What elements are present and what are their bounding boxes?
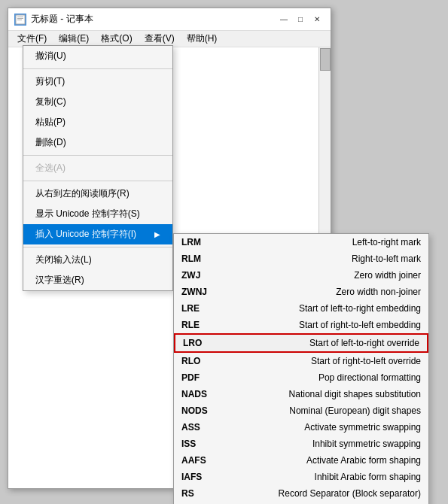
svg-rect-2 [17, 18, 23, 19]
ctx-selectall[interactable]: 全选(A) [23, 158, 172, 178]
ctx-insert-unicode[interactable]: 插入 Unicode 控制字符(I) ▶ [23, 224, 172, 244]
uni-lrm[interactable]: LRM Left-to-right mark [174, 234, 428, 250]
menu-edit[interactable]: 编辑(E) [53, 31, 95, 47]
ctx-paste[interactable]: 粘贴(P) [23, 112, 172, 132]
uni-lre[interactable]: LRE Start of left-to-right embedding [174, 300, 428, 317]
window-title: 无标题 - 记事本 [31, 13, 93, 26]
ctx-delete[interactable]: 删除(D) [23, 132, 172, 153]
ctx-close-ime[interactable]: 关闭输入法(L) [23, 250, 172, 270]
close-button[interactable]: ✕ [309, 12, 325, 27]
uni-rlm[interactable]: RLM Right-to-left mark [174, 250, 428, 267]
uni-rlo[interactable]: RLO Start of right-to-left override [174, 353, 428, 369]
uni-aafs[interactable]: AAFS Activate Arabic form shaping [174, 452, 428, 469]
ctx-undo[interactable]: 撤消(U) [23, 46, 172, 66]
menu-help[interactable]: 帮助(H) [181, 31, 224, 47]
minimize-button[interactable]: — [276, 12, 291, 27]
submenu-arrow: ▶ [154, 230, 160, 238]
ctx-rtl[interactable]: 从右到左的阅读顺序(R) [23, 184, 172, 204]
ctx-cut[interactable]: 剪切(T) [23, 71, 172, 92]
uni-nods[interactable]: NODS Nominal (European) digit shapes [174, 402, 428, 419]
svg-rect-3 [17, 20, 22, 20]
uni-ass[interactable]: ASS Activate symmetric swapping [174, 419, 428, 436]
menu-file[interactable]: 文件(F) [11, 31, 53, 47]
uni-nads[interactable]: NADS National digit shapes substitution [174, 386, 428, 402]
uni-pdf[interactable]: PDF Pop directional formatting [174, 369, 428, 386]
uni-zwj[interactable]: ZWJ Zero width joiner [174, 267, 428, 284]
context-menu: 撤消(U) 剪切(T) 复制(C) 粘贴(P) 删除(D) 全选(A) 从右到左… [23, 45, 173, 291]
uni-lro[interactable]: LRO Start of left-to-right override [174, 333, 428, 353]
uni-rs[interactable]: RS Record Separator (Block separator) [174, 485, 428, 502]
title-bar: 无标题 - 记事本 — □ ✕ [8, 8, 331, 31]
uni-iafs[interactable]: IAFS Inhibit Arabic form shaping [174, 469, 428, 485]
ctx-sep-1 [23, 68, 172, 69]
menu-view[interactable]: 查看(V) [139, 31, 181, 47]
ctx-copy[interactable]: 复制(C) [23, 92, 172, 112]
uni-iss[interactable]: ISS Inhibit symmetric swapping [174, 436, 428, 452]
ctx-show-unicode[interactable]: 显示 Unicode 控制字符(S) [23, 204, 172, 224]
uni-rle[interactable]: RLE Start of right-to-left embedding [174, 317, 428, 333]
maximize-button[interactable]: □ [293, 12, 308, 27]
menu-format[interactable]: 格式(O) [95, 31, 138, 47]
title-bar-left: 无标题 - 记事本 [14, 13, 93, 26]
svg-rect-1 [17, 17, 23, 17]
ctx-reconvert[interactable]: 汉字重选(R) [23, 270, 172, 290]
title-controls: — □ ✕ [276, 12, 325, 27]
scrollbar-thumb[interactable] [320, 48, 331, 71]
uni-zwnj[interactable]: ZWNJ Zero width non-joiner [174, 284, 428, 300]
ctx-sep-4 [23, 247, 172, 247]
ctx-sep-3 [23, 181, 172, 181]
unicode-submenu: LRM Left-to-right mark RLM Right-to-left… [173, 233, 429, 504]
notepad-icon [14, 14, 26, 26]
ctx-sep-2 [23, 155, 172, 156]
